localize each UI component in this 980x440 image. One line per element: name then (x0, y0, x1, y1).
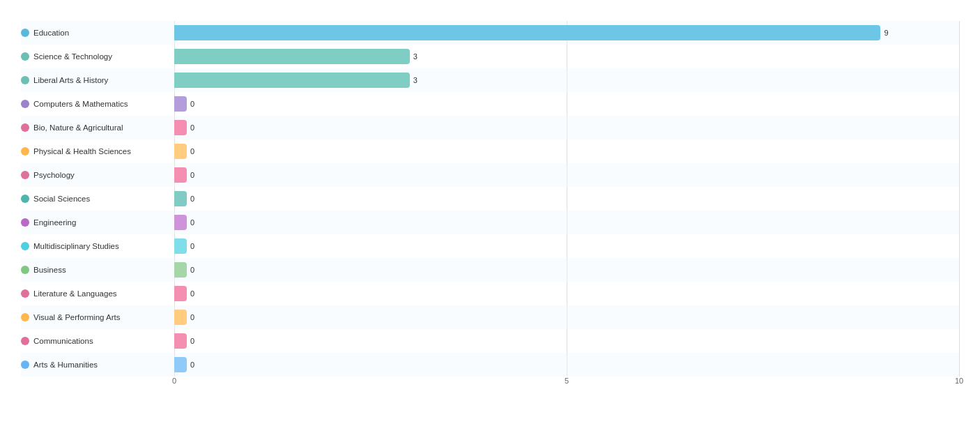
bar-value: 0 (190, 266, 194, 274)
bar-value: 9 (884, 29, 888, 37)
bar-label: Social Sciences (33, 195, 90, 203)
bar-label-area: Social Sciences (21, 195, 174, 203)
x-axis-label: 5 (565, 377, 569, 385)
bar-label: Computers & Mathematics (33, 100, 128, 108)
bar-label-area: Literature & Languages (21, 289, 174, 298)
bar-fill (174, 49, 410, 64)
bar-track: 0 (174, 191, 959, 206)
bar-value: 0 (190, 195, 194, 203)
bar-track: 0 (174, 357, 959, 372)
bar-value: 0 (190, 289, 194, 298)
bar-fill (174, 238, 187, 254)
bar-row: Physical & Health Sciences0 (21, 139, 959, 163)
bar-label: Visual & Performing Arts (33, 313, 120, 321)
x-axis-label: 0 (172, 377, 176, 385)
bar-label: Multidisciplinary Studies (33, 242, 119, 250)
bar-row: Multidisciplinary Studies0 (21, 234, 959, 258)
bar-label-area: Computers & Mathematics (21, 100, 174, 108)
bar-fill (174, 167, 187, 183)
bar-label-area: Liberal Arts & History (21, 76, 174, 84)
bar-row: Literature & Languages0 (21, 282, 959, 305)
bar-value: 0 (190, 242, 194, 250)
bar-track: 0 (174, 96, 959, 112)
bar-row: Communications0 (21, 329, 959, 353)
bar-fill (174, 25, 880, 40)
bar-label: Engineering (33, 218, 76, 227)
bar-fill (174, 262, 187, 278)
bar-label-area: Education (21, 29, 174, 37)
bar-dot (21, 218, 29, 227)
bar-fill (174, 120, 187, 135)
bar-label: Science & Technology (33, 52, 112, 61)
bar-dot (21, 289, 29, 298)
bar-track: 3 (174, 73, 959, 88)
bar-dot (21, 147, 29, 155)
bar-label: Communications (33, 337, 93, 345)
bar-row: Engineering0 (21, 211, 959, 234)
bar-value: 0 (190, 337, 194, 345)
bar-dot (21, 100, 29, 108)
chart-container: Education9Science & Technology3Liberal A… (0, 0, 980, 440)
bar-label-area: Multidisciplinary Studies (21, 242, 174, 250)
bar-value: 0 (190, 171, 194, 179)
bar-dot (21, 171, 29, 179)
bar-value: 3 (413, 76, 418, 84)
bar-label: Psychology (33, 171, 75, 179)
bar-label: Bio, Nature & Agricultural (33, 123, 123, 132)
bar-row: Social Sciences0 (21, 187, 959, 211)
bar-label: Literature & Languages (33, 289, 117, 298)
bar-fill (174, 357, 187, 372)
x-axis-label: 10 (955, 377, 963, 385)
bar-label-area: Psychology (21, 171, 174, 179)
bar-row: Arts & Humanities0 (21, 353, 959, 377)
bar-label-area: Business (21, 266, 174, 274)
bar-value: 0 (190, 100, 194, 108)
bar-track: 0 (174, 167, 959, 183)
bar-row: Education9 (21, 21, 959, 45)
bar-dot (21, 361, 29, 369)
bar-track: 0 (174, 238, 959, 254)
bar-value: 0 (190, 361, 194, 369)
bar-label: Liberal Arts & History (33, 76, 108, 84)
bar-dot (21, 52, 29, 61)
bar-track: 0 (174, 120, 959, 135)
bars-section: Education9Science & Technology3Liberal A… (21, 21, 959, 377)
bar-dot (21, 313, 29, 321)
grid-line (959, 21, 960, 377)
bar-label: Education (33, 29, 69, 37)
bar-fill (174, 96, 187, 112)
bar-label: Business (33, 266, 66, 274)
bar-dot (21, 337, 29, 345)
bar-dot (21, 195, 29, 203)
bar-dot (21, 123, 29, 132)
bar-label: Arts & Humanities (33, 361, 98, 369)
bar-track: 9 (174, 25, 959, 40)
bar-row: Psychology0 (21, 163, 959, 187)
bar-row: Business0 (21, 258, 959, 282)
bar-label: Physical & Health Sciences (33, 147, 131, 155)
bar-fill (174, 310, 187, 325)
bar-fill (174, 333, 187, 349)
bar-value: 0 (190, 313, 194, 321)
bar-row: Bio, Nature & Agricultural0 (21, 116, 959, 139)
bar-label-area: Arts & Humanities (21, 361, 174, 369)
bar-fill (174, 191, 187, 206)
bar-value: 0 (190, 218, 194, 227)
bar-fill (174, 144, 187, 159)
bar-fill (174, 73, 410, 88)
bar-label-area: Engineering (21, 218, 174, 227)
bar-label-area: Bio, Nature & Agricultural (21, 123, 174, 132)
bar-label-area: Visual & Performing Arts (21, 313, 174, 321)
bar-fill (174, 286, 187, 301)
bar-label-area: Physical & Health Sciences (21, 147, 174, 155)
bar-dot (21, 266, 29, 274)
bar-dot (21, 76, 29, 84)
bar-row: Visual & Performing Arts0 (21, 305, 959, 329)
chart-area: Education9Science & Technology3Liberal A… (21, 21, 959, 370)
bar-track: 0 (174, 333, 959, 349)
bar-track: 0 (174, 262, 959, 278)
bar-row: Science & Technology3 (21, 45, 959, 68)
bar-value: 0 (190, 123, 194, 132)
bar-row: Computers & Mathematics0 (21, 92, 959, 116)
bar-row: Liberal Arts & History3 (21, 68, 959, 92)
